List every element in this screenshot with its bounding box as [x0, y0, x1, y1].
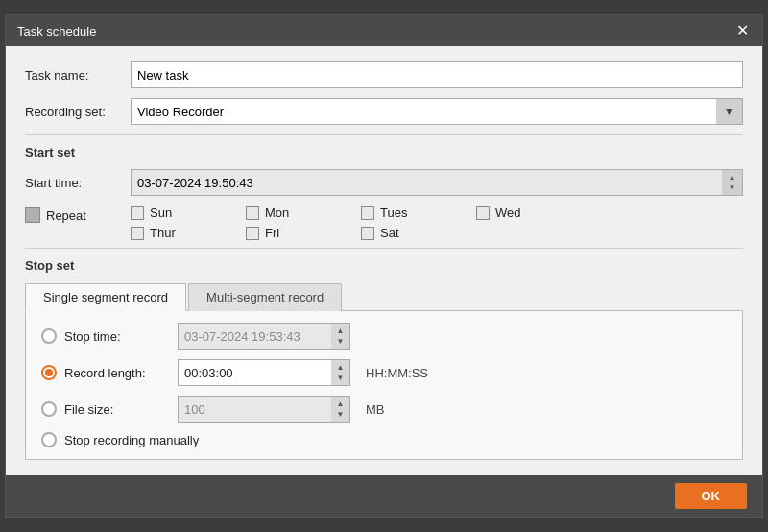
- record-length-spinner[interactable]: ▲ ▼: [331, 359, 350, 386]
- record-length-label: Record length:: [64, 366, 170, 380]
- record-length-unit: HH:MM:SS: [366, 366, 428, 380]
- task-schedule-dialog: Task schedule ✕ Task name: Recording set…: [5, 14, 763, 518]
- day-thur-label: Thur: [150, 226, 176, 240]
- tab-single-segment[interactable]: Single segment record: [25, 283, 186, 311]
- footer-bar: OK: [6, 475, 762, 517]
- day-sun-checkbox[interactable]: [131, 206, 144, 220]
- task-name-input[interactable]: [131, 61, 743, 88]
- day-tues: Tues: [361, 206, 476, 220]
- stop-time-down-icon: ▼: [337, 338, 345, 346]
- file-size-unit: MB: [366, 402, 385, 417]
- start-time-row: Start time: ▲ ▼: [25, 169, 743, 196]
- stop-time-label: Stop time:: [64, 329, 170, 344]
- stop-set-title: Stop set: [25, 258, 743, 273]
- start-time-input[interactable]: [131, 169, 743, 196]
- repeat-checkbox[interactable]: [25, 207, 40, 223]
- file-size-input[interactable]: [178, 396, 350, 423]
- stop-time-wrap: ▲ ▼: [178, 323, 350, 350]
- day-mon: Mon: [246, 206, 361, 220]
- day-wed-label: Wed: [495, 206, 521, 220]
- stop-manually-radio[interactable]: [41, 432, 57, 447]
- repeat-label-wrap: Repeat: [25, 206, 131, 223]
- record-length-up-icon: ▲: [337, 364, 345, 372]
- stop-time-option-row: Stop time: ▲ ▼: [41, 323, 727, 350]
- record-length-wrap: ▲ ▼: [178, 359, 350, 386]
- recording-set-select-wrap: Video Recorder ▼: [131, 98, 743, 125]
- dialog-content: Task name: Recording set: Video Recorder…: [6, 46, 762, 475]
- stop-time-up-icon: ▲: [337, 327, 345, 335]
- stop-time-spinner[interactable]: ▲ ▼: [331, 323, 350, 350]
- day-tues-label: Tues: [380, 206, 407, 220]
- day-wed: Wed: [476, 206, 591, 220]
- day-wed-checkbox[interactable]: [476, 206, 490, 220]
- start-set-title: Start set: [25, 145, 743, 159]
- file-size-option-row: File size: ▲ ▼ MB: [41, 396, 727, 423]
- stop-time-radio[interactable]: [41, 328, 57, 344]
- file-size-down-icon: ▼: [337, 411, 345, 419]
- day-sun-label: Sun: [150, 206, 172, 220]
- repeat-row: Repeat Sun Mon Tues Wed: [25, 206, 743, 240]
- start-time-down-icon: ▼: [729, 184, 736, 192]
- start-time-label: Start time:: [25, 176, 131, 190]
- record-length-radio[interactable]: [41, 365, 57, 380]
- day-mon-checkbox[interactable]: [246, 206, 259, 220]
- file-size-radio[interactable]: [41, 401, 57, 417]
- start-time-spinner[interactable]: ▲ ▼: [722, 169, 743, 196]
- tab-content: Stop time: ▲ ▼ Record length:: [25, 311, 743, 460]
- task-name-row: Task name:: [25, 61, 743, 88]
- recording-set-label: Recording set:: [25, 105, 131, 119]
- close-button[interactable]: ✕: [734, 23, 751, 38]
- file-size-spinner[interactable]: ▲ ▼: [331, 396, 350, 423]
- stop-manually-row: Stop recording manually: [41, 432, 727, 447]
- file-size-label: File size:: [64, 402, 170, 417]
- task-name-label: Task name:: [25, 68, 131, 83]
- record-length-input[interactable]: [178, 359, 350, 386]
- stop-manually-label: Stop recording manually: [64, 433, 199, 447]
- dialog-title: Task schedule: [17, 24, 96, 38]
- day-thur: Thur: [131, 226, 246, 240]
- day-fri-label: Fri: [265, 226, 279, 240]
- day-tues-checkbox[interactable]: [361, 206, 374, 220]
- tab-multi-segment[interactable]: Multi-segment record: [188, 283, 342, 311]
- day-fri-checkbox[interactable]: [246, 227, 259, 240]
- record-length-option-row: Record length: ▲ ▼ HH:MM:SS: [41, 359, 727, 386]
- day-sun: Sun: [131, 206, 246, 220]
- day-sat: Sat: [361, 226, 476, 240]
- day-mon-label: Mon: [265, 206, 289, 220]
- stop-set-tabs: Single segment record Multi-segment reco…: [25, 282, 743, 311]
- file-size-up-icon: ▲: [337, 400, 345, 408]
- ok-button[interactable]: OK: [675, 483, 748, 509]
- stop-set-section: Stop set Single segment record Multi-seg…: [25, 258, 743, 460]
- day-fri: Fri: [246, 226, 361, 240]
- day-sat-label: Sat: [380, 226, 399, 240]
- file-size-wrap: ▲ ▼: [178, 396, 350, 423]
- days-grid: Sun Mon Tues Wed Thur: [131, 206, 591, 240]
- start-time-wrap: ▲ ▼: [131, 169, 743, 196]
- recording-set-select[interactable]: Video Recorder: [131, 98, 743, 125]
- title-bar: Task schedule ✕: [6, 15, 762, 46]
- start-time-up-icon: ▲: [729, 174, 736, 181]
- day-thur-checkbox[interactable]: [131, 227, 144, 240]
- record-length-radio-inner: [45, 369, 53, 376]
- repeat-label: Repeat: [46, 208, 86, 223]
- recording-set-row: Recording set: Video Recorder ▼: [25, 98, 743, 125]
- record-length-down-icon: ▼: [337, 375, 345, 382]
- stop-time-input[interactable]: [178, 323, 350, 350]
- day-sat-checkbox[interactable]: [361, 227, 374, 240]
